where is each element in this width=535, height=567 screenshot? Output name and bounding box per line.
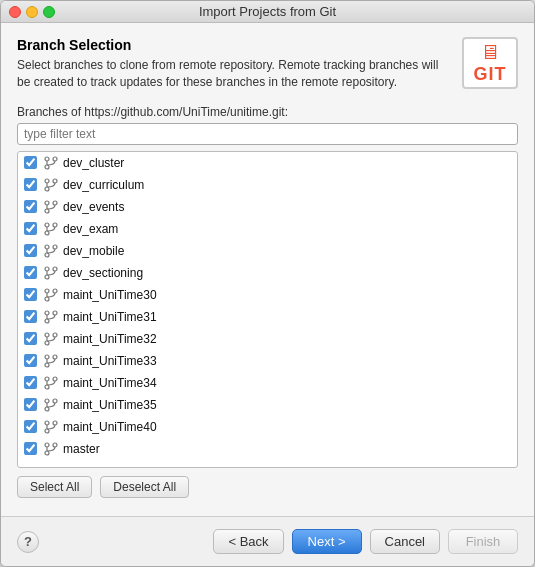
select-all-button[interactable]: Select All [17,476,92,498]
branch-icon [43,221,59,237]
svg-point-20 [45,267,49,271]
list-item[interactable]: dev_events [18,196,517,218]
list-item[interactable]: dev_sectioning [18,262,517,284]
branch-checkbox[interactable] [24,354,37,367]
list-item[interactable]: maint_UniTime32 [18,328,517,350]
branch-checkbox[interactable] [24,156,37,169]
branch-checkbox[interactable] [24,332,37,345]
git-logo: 🖥 GIT [462,37,518,89]
list-item[interactable]: maint_UniTime33 [18,350,517,372]
footer-left: ? [17,531,39,553]
finish-button: Finish [448,529,518,554]
svg-point-12 [45,223,49,227]
git-logo-text: GIT [474,64,507,85]
branch-icon [43,199,59,215]
list-item[interactable]: dev_cluster [18,152,517,174]
svg-point-38 [45,363,49,367]
svg-point-41 [53,377,57,381]
list-item[interactable]: maint_UniTime30 [18,284,517,306]
branch-name: maint_UniTime31 [63,310,157,324]
branch-icon [43,353,59,369]
branch-icon [43,419,59,435]
branch-icon [43,397,59,413]
branch-name: dev_events [63,200,124,214]
svg-point-46 [45,407,49,411]
minimize-button[interactable] [26,6,38,18]
branch-checkbox[interactable] [24,178,37,191]
branch-icon [43,309,59,325]
deselect-all-button[interactable]: Deselect All [100,476,189,498]
svg-point-53 [53,443,57,447]
svg-point-26 [45,297,49,301]
svg-point-2 [45,165,49,169]
svg-point-6 [45,187,49,191]
svg-point-52 [45,443,49,447]
svg-point-1 [53,157,57,161]
branch-list: dev_cluster dev_curriculum dev_events de… [17,151,518,468]
svg-point-14 [45,231,49,235]
branch-name: dev_mobile [63,244,124,258]
help-button[interactable]: ? [17,531,39,553]
svg-point-10 [45,209,49,213]
branch-icon [43,375,59,391]
svg-point-54 [45,451,49,455]
branches-label: Branches of https://github.com/UniTime/u… [17,105,518,119]
branch-name: dev_exam [63,222,118,236]
branch-name: maint_UniTime35 [63,398,157,412]
branch-checkbox[interactable] [24,398,37,411]
branch-checkbox[interactable] [24,310,37,323]
svg-point-16 [45,245,49,249]
svg-point-28 [45,311,49,315]
branch-name: maint_UniTime34 [63,376,157,390]
branch-name: maint_UniTime32 [63,332,157,346]
branch-checkbox[interactable] [24,376,37,389]
list-item[interactable]: dev_exam [18,218,517,240]
branch-icon [43,441,59,457]
header-text: Branch Selection Select branches to clon… [17,37,452,91]
filter-input[interactable] [17,123,518,145]
list-item[interactable]: master [18,438,517,460]
svg-point-22 [45,275,49,279]
svg-point-18 [45,253,49,257]
branch-icon [43,331,59,347]
list-item[interactable]: maint_UniTime31 [18,306,517,328]
svg-point-33 [53,333,57,337]
branch-name: dev_sectioning [63,266,143,280]
branch-name: maint_UniTime33 [63,354,157,368]
svg-point-30 [45,319,49,323]
branch-icon [43,155,59,171]
branch-name: master [63,442,100,456]
branch-checkbox[interactable] [24,222,37,235]
next-button[interactable]: Next > [292,529,362,554]
branch-checkbox[interactable] [24,266,37,279]
svg-point-21 [53,267,57,271]
branch-checkbox[interactable] [24,442,37,455]
svg-point-40 [45,377,49,381]
branch-checkbox[interactable] [24,420,37,433]
list-item[interactable]: dev_curriculum [18,174,517,196]
close-button[interactable] [9,6,21,18]
branch-icon [43,265,59,281]
section-title: Branch Selection [17,37,452,53]
branch-checkbox[interactable] [24,200,37,213]
list-item[interactable]: maint_UniTime40 [18,416,517,438]
branch-checkbox[interactable] [24,244,37,257]
list-item[interactable]: maint_UniTime35 [18,394,517,416]
cancel-button[interactable]: Cancel [370,529,440,554]
back-button[interactable]: < Back [213,529,283,554]
dialog-window: Import Projects from Git Branch Selectio… [0,0,535,567]
list-item[interactable]: dev_mobile [18,240,517,262]
branch-name: maint_UniTime40 [63,420,157,434]
svg-point-32 [45,333,49,337]
footer: ? < Back Next > Cancel Finish [1,516,534,566]
svg-point-34 [45,341,49,345]
svg-point-17 [53,245,57,249]
traffic-lights [9,6,55,18]
branch-checkbox[interactable] [24,288,37,301]
git-icon: 🖥 [480,41,500,64]
svg-point-37 [53,355,57,359]
list-item[interactable]: maint_UniTime34 [18,372,517,394]
maximize-button[interactable] [43,6,55,18]
branch-icon [43,287,59,303]
svg-point-49 [53,421,57,425]
